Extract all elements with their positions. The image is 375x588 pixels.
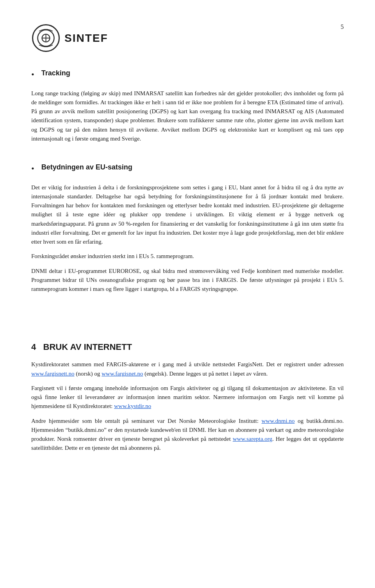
chapter-number: 4 [31,342,36,352]
spacer-3 [31,179,344,183]
internett-paragraph-3: Andre hjemmesider som ble omtalt på semi… [31,417,344,453]
sarepta-org-link[interactable]: www.sarepta.org [233,436,272,442]
sintef-logo-icon [31,23,61,53]
eu-paragraph-1: Det er viktig for industrien å delta i d… [31,183,344,247]
fargisnett-no-link[interactable]: www.fargisnett.no [31,371,74,377]
tracking-paragraph-1: Long range tracking (følging av skip) me… [31,89,344,144]
eu-section-header: • Betydningen av EU-satsing [31,162,344,175]
eu-paragraph-3: DNMI deltar i EU-programmet EUROROSE, og… [31,267,344,294]
spacer-1 [31,85,344,89]
fargisnet-no-link[interactable]: www.fargisnet.no [102,371,143,377]
internett-paragraph-2: Fargisnett vil i første omgang inneholde… [31,384,344,411]
page: SINTEF 5 • Tracking Long range tracking … [0,0,375,482]
kystdir-link[interactable]: www.kystdir.no [114,403,151,409]
page-number: 5 [341,23,344,30]
eu-title: Betydningen av EU-satsing [41,162,132,172]
page-header: SINTEF 5 [31,23,344,53]
tracking-title: Tracking [41,68,70,78]
spacer-4 [31,299,344,313]
spacer-2 [31,149,344,162]
tracking-section-header: • Tracking [31,68,344,80]
chapter-4-heading: 4 BRUK AV INTERNETT [31,342,344,352]
dnmi-no-link[interactable]: www.dnmi.no [262,418,295,424]
chapter-title: BRUK AV INTERNETT [43,342,132,352]
sintef-logo-text: SINTEF [64,32,108,45]
eu-bullet: • [31,163,34,175]
tracking-bullet: • [31,69,34,80]
internett-paragraph-1: Kystdirektoratet sammen med FARGIS-aktør… [31,360,344,378]
spacer-5 [31,313,344,326]
eu-paragraph-2: Forskningsrådet ønsker industrien sterkt… [31,252,344,261]
logo-area: SINTEF [31,23,108,53]
